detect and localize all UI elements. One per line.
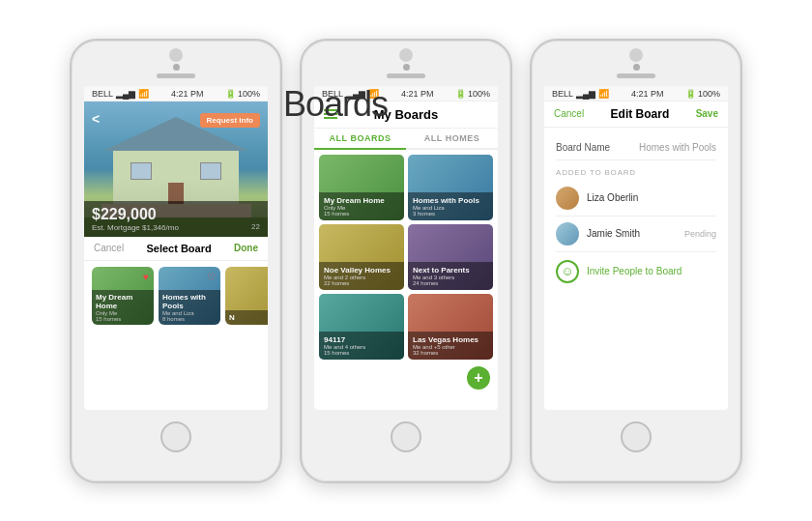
phone-1-wifi-icon: 📶	[138, 89, 149, 99]
request-info-button[interactable]: Request Info	[200, 113, 260, 128]
select-board-title: Select Board	[146, 243, 211, 254]
house-window-right	[200, 162, 221, 180]
phone-2-battery-icon: 🔋	[455, 89, 466, 99]
phone-1-battery: 100%	[238, 89, 260, 99]
board-card-title-2: Homes with Pools	[413, 196, 488, 205]
board-name-field[interactable]: Board Name Homes with Pools	[556, 135, 716, 160]
boards-grid: My Dream Home Only Me 15 homes Homes wit…	[314, 150, 498, 364]
phone-1-status-right: 🔋 100%	[225, 89, 260, 99]
phone-3-battery-icon: 🔋	[685, 89, 696, 99]
phone-3-battery: 100%	[698, 89, 720, 99]
phone-2-screen: BELL ▂▄▆ 📶 4:21 PM 🔋 100% My Boards ALL …	[314, 86, 498, 410]
board-card-title-6: Las Vegas Homes	[413, 335, 488, 344]
phone-1-house-image: < Request Info $229,000 Est. Mortgage $1…	[84, 101, 268, 237]
phone-1-battery-icon: 🔋	[225, 89, 236, 99]
phone-1-signal-icon: ▂▄▆	[116, 89, 135, 99]
phone-3-bottom	[621, 410, 652, 452]
edit-board-save[interactable]: Save	[696, 108, 718, 119]
add-board-fab-2[interactable]: +	[467, 366, 490, 390]
phone-2-status-right: 🔋 100%	[455, 89, 490, 99]
tab-all-homes[interactable]: ALL HOMES	[406, 129, 498, 148]
phone-2-home-button[interactable]	[391, 421, 421, 452]
select-board-cancel[interactable]: Cancel	[94, 243, 124, 253]
board-card-overlay-4: Next to Parents Me and 3 others 24 homes	[408, 262, 493, 290]
member-row-liza: Liza Oberlin	[556, 181, 716, 217]
phone-2-time: 4:21 PM	[401, 89, 434, 99]
board-card-title-3: Noe Valley Homes	[324, 266, 399, 275]
board-thumb-pools[interactable]: ♡ Homes with Pools Me and Liza 8 homes	[159, 267, 220, 325]
board-card-sub2-6: 32 homes	[413, 350, 488, 356]
board-overlay-1: My Dream Home Only Me 15 homes	[92, 290, 154, 325]
mortgage-estimate: Est. Mortgage $1,346/mo	[92, 223, 260, 232]
phone-1-bottom	[160, 410, 191, 452]
board-card-94117[interactable]: 94117 Me and 4 others 15 homes	[319, 294, 404, 360]
board-card-las-vegas[interactable]: Las Vegas Homes Me and +5 other 32 homes	[408, 294, 493, 360]
property-price: $229,000	[92, 206, 260, 223]
boards-tabs: ALL BOARDS ALL HOMES	[314, 129, 498, 150]
edit-board-body: Board Name Homes with Pools ADDED TO BOA…	[544, 128, 728, 299]
boards-title: Boards	[283, 84, 388, 125]
phone-3-home-button[interactable]	[621, 421, 652, 452]
board-overlay-3: N	[225, 310, 268, 325]
board-name-value: Homes with Pools	[639, 142, 716, 153]
edit-board-title: Edit Board	[611, 107, 670, 121]
phone-2-camera	[403, 64, 410, 71]
phone-2-battery: 100%	[468, 89, 490, 99]
board-thumb-title-2: Homes with Pools	[162, 293, 217, 310]
avatar-liza	[556, 187, 579, 210]
tab-all-boards[interactable]: ALL BOARDS	[314, 129, 406, 150]
fab-row: +	[314, 364, 498, 391]
phone-1-screen: BELL ▂▄▆ 📶 4:21 PM 🔋 100% <	[84, 86, 268, 410]
phone-3-speaker	[617, 73, 655, 78]
phone-1-status-bar: BELL ▂▄▆ 📶 4:21 PM 🔋 100%	[84, 86, 268, 101]
phone-3-signal: ▂▄▆	[576, 89, 595, 99]
board-thumb-title-3: N	[229, 313, 268, 322]
phone-3: BELL ▂▄▆ 📶 4:21 PM 🔋 100% Cancel Edit Bo…	[530, 39, 742, 483]
board-thumb-3[interactable]: N	[225, 267, 268, 325]
edit-board-header: Cancel Edit Board Save	[544, 101, 728, 128]
edit-board-cancel[interactable]: Cancel	[554, 108, 584, 119]
house-window-left	[130, 162, 152, 180]
board-card-title-4: Next to Parents	[413, 266, 488, 275]
phone-1-home-button[interactable]	[160, 421, 191, 452]
phone-3-power-btn	[629, 48, 643, 62]
invite-row[interactable]: ☺ Invite People to Board	[556, 252, 716, 291]
phone-1-time: 4:21 PM	[171, 89, 204, 99]
house-body	[113, 151, 239, 204]
member-status-jamie: Pending	[684, 229, 716, 239]
phone-2-power-btn	[399, 48, 413, 62]
board-card-noe-valley[interactable]: Noe Valley Homes Me and 2 others 22 home…	[319, 224, 404, 290]
phone-3-camera	[633, 64, 640, 71]
board-card-pools[interactable]: Homes with Pools Me and Liza 3 homes	[408, 155, 493, 220]
phone-3-top	[532, 41, 740, 86]
phone-3-status-right: 🔋 100%	[685, 89, 720, 99]
board-card-parents[interactable]: Next to Parents Me and 3 others 24 homes	[408, 224, 493, 290]
board-thumb-title-1: My Dream Home	[96, 293, 150, 310]
phone-1-camera	[173, 64, 180, 71]
phone-3-status-bar: BELL ▂▄▆ 📶 4:21 PM 🔋 100%	[544, 86, 728, 101]
board-name-label: Board Name	[556, 142, 610, 153]
board-card-overlay-2: Homes with Pools Me and Liza 3 homes	[408, 192, 493, 220]
phone-1-status-left: BELL ▂▄▆ 📶	[92, 89, 149, 99]
board-card-overlay-6: Las Vegas Homes Me and +5 other 32 homes	[408, 332, 493, 360]
phone-1-carrier: BELL	[92, 89, 113, 99]
boards-scroll[interactable]: ♥ My Dream Home Only Me 15 homes ♡ Homes…	[84, 261, 268, 331]
board-card-sub2-1: 15 homes	[324, 211, 399, 217]
price-area: $229,000 Est. Mortgage $1,346/mo 22	[84, 201, 268, 237]
board-thumb-dream-home[interactable]: ♥ My Dream Home Only Me 15 homes	[92, 267, 154, 325]
phone-3-carrier: BELL	[552, 89, 573, 99]
select-board-done[interactable]: Done	[234, 243, 258, 253]
board-card-overlay-5: 94117 Me and 4 others 15 homes	[319, 332, 404, 360]
heart-icon-1: ♥	[143, 272, 149, 282]
board-card-dream-home[interactable]: My Dream Home Only Me 15 homes	[319, 155, 404, 220]
phone-1-speaker	[157, 73, 195, 78]
avatar-jamie	[556, 222, 579, 246]
added-to-board-label: ADDED TO BOARD	[556, 160, 716, 181]
board-card-overlay-1: My Dream Home Only Me 15 homes	[319, 192, 404, 220]
house-shape	[99, 117, 253, 217]
back-button[interactable]: <	[92, 111, 100, 127]
house-porch	[102, 204, 251, 217]
lawn	[84, 217, 268, 237]
board-card-title-5: 94117	[324, 335, 399, 344]
phone-2-top	[302, 41, 510, 86]
